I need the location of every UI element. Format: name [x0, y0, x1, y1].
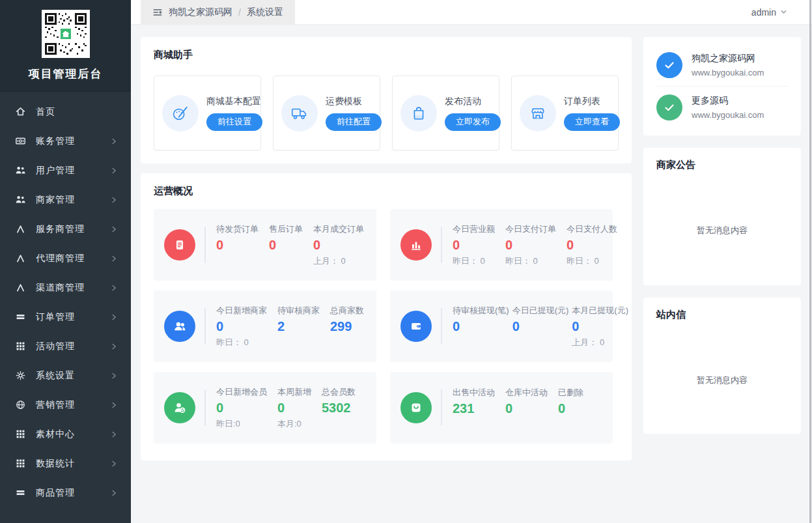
- stat-value: 0: [216, 318, 267, 334]
- sidebar-item-provider[interactable]: 服务商管理: [0, 214, 131, 244]
- sidebar-item-label: 营销管理: [36, 399, 75, 411]
- agent-icon: [14, 253, 26, 264]
- divider: [441, 227, 442, 263]
- shop-helper-card: 商城助手 商城基本配置 前往设置 运费模板: [141, 37, 632, 163]
- sidebar-item-marketing[interactable]: 营销管理: [0, 390, 131, 419]
- go-settings-button[interactable]: 前往设置: [206, 113, 262, 131]
- stat-sub: [453, 337, 509, 346]
- scrollbar[interactable]: [809, 0, 811, 523]
- sidebar-item-settings[interactable]: 系统设置: [0, 361, 131, 390]
- stat-block-members: 今日新增会员0昨日:0 本周新增0本月:0 总会员数5302: [154, 372, 376, 444]
- sidebar-item-label: 首页: [36, 106, 55, 118]
- helper-card-freight-template: 运费模板 前往配置: [273, 76, 380, 150]
- users-icon: [14, 165, 26, 177]
- check-circle-blue-icon: [656, 52, 682, 78]
- check-circle-green-icon: [656, 94, 682, 120]
- publish-now-button[interactable]: 立即发布: [445, 113, 501, 131]
- chevron-right-icon: [110, 284, 118, 292]
- sidebar-item-goods[interactable]: 商品管理: [0, 478, 131, 507]
- empty-state-text: 暂无消息内容: [643, 225, 801, 236]
- sidebar-item-stats[interactable]: 数据统计: [0, 449, 131, 478]
- helper-card-publish-activity: 发布活动 立即发布: [392, 76, 499, 150]
- user-menu[interactable]: admin: [751, 7, 787, 18]
- breadcrumb: 狗凯之家源码网 / 系统设置: [141, 0, 295, 24]
- sidebar-item-agent[interactable]: 代理商管理: [0, 244, 131, 273]
- sidebar-item-label: 渠道商管理: [36, 282, 85, 294]
- sidebar-item-finance[interactable]: 账务管理: [0, 126, 131, 156]
- stat-label: 总会员数: [322, 386, 356, 398]
- bar-chart-icon: [400, 229, 432, 261]
- merchants-icon: [14, 194, 26, 206]
- provider-icon: [14, 223, 26, 235]
- helper-card-title: 发布活动: [445, 96, 501, 107]
- stat-sub: [505, 419, 548, 429]
- stats-grid-icon: [14, 458, 26, 470]
- document-icon: [164, 229, 195, 261]
- stat-value: 231: [453, 401, 495, 416]
- divider: [204, 227, 206, 263]
- truck-icon: [281, 95, 318, 132]
- chevron-right-icon: [110, 313, 118, 321]
- stat-sub: [269, 255, 303, 265]
- stat-block-activities: 出售中活动231 仓库中活动0 已删除0: [390, 372, 613, 444]
- stat-label: 今日支付人数: [567, 223, 617, 235]
- stat-value: 0: [453, 237, 495, 253]
- stat-value: 0: [216, 400, 267, 416]
- helper-card-order-list: 订单列表 立即查看: [511, 76, 619, 150]
- sidebar-item-channel[interactable]: 渠道商管理: [0, 273, 131, 302]
- stat-sub: [322, 418, 356, 428]
- helper-card-title: 运费模板: [326, 96, 382, 107]
- site-link-main[interactable]: 狗凯之家源码网 www.bygoukai.com: [656, 44, 788, 86]
- stat-block-revenue: 今日营业额0昨日： 0 今日支付订单0昨日： 0 今日支付人数0昨日： 0: [390, 209, 613, 281]
- go-config-button[interactable]: 前往配置: [326, 113, 382, 131]
- gear-icon: [14, 370, 26, 382]
- stat-label: 本月成交订单: [313, 223, 364, 235]
- stat-label: 今日新增会员: [216, 386, 267, 398]
- merchant-notice-panel: 商家公告 暂无消息内容: [643, 148, 801, 285]
- sidebar-item-merchants[interactable]: 商家管理: [0, 185, 131, 214]
- site-link-url: www.bygoukai.com: [692, 68, 764, 78]
- sidebar-item-label: 商品管理: [36, 487, 75, 499]
- stat-label: 今日新增商家: [216, 305, 267, 317]
- stat-value: 0: [216, 237, 259, 253]
- divider: [441, 389, 442, 426]
- sidebar-item-label: 代理商管理: [36, 253, 85, 264]
- stat-value: 0: [558, 401, 583, 416]
- view-now-button[interactable]: 立即查看: [564, 113, 620, 131]
- stat-sub: 昨日： 0: [216, 337, 267, 348]
- divider: [441, 308, 442, 345]
- stat-label: 待审核提现(笔): [453, 305, 509, 317]
- sidebar-item-home[interactable]: 首页: [0, 97, 131, 126]
- activity-grid-icon: [14, 341, 26, 352]
- stat-label: 售后订单: [269, 223, 303, 235]
- sidebar-item-activity[interactable]: 活动管理: [0, 332, 131, 361]
- sidebar: 项目管理后台 首页 账务管理 用户管理 商家管理 服务商管理 代: [0, 0, 131, 523]
- shopping-bag-icon: [400, 95, 437, 132]
- helper-card-title: 订单列表: [564, 96, 620, 107]
- home-icon: [14, 106, 26, 118]
- site-link-more[interactable]: 更多源码 www.bygoukai.com: [656, 86, 788, 128]
- panel-title-notice: 商家公告: [656, 159, 788, 171]
- sidebar-menu: 首页 账务管理 用户管理 商家管理 服务商管理 代理商管理: [0, 92, 131, 507]
- sidebar-item-label: 服务商管理: [36, 223, 85, 235]
- stat-value: 0: [505, 401, 548, 416]
- stat-value: 0: [453, 318, 509, 334]
- sidebar-logo-area: 项目管理后台: [0, 0, 131, 92]
- stat-value: 0: [313, 237, 364, 253]
- breadcrumb-item-site[interactable]: 狗凯之家源码网: [169, 7, 232, 18]
- breadcrumb-item-current: 系统设置: [247, 7, 283, 18]
- breadcrumb-separator: /: [238, 7, 241, 18]
- stat-label: 出售中活动: [453, 387, 495, 399]
- sidebar-item-orders[interactable]: 订单管理: [0, 302, 131, 332]
- section-title-overview: 运营概况: [154, 185, 619, 197]
- stat-sub: [216, 255, 259, 265]
- sidebar-item-users[interactable]: 用户管理: [0, 156, 131, 185]
- sidebar-item-label: 用户管理: [36, 165, 75, 177]
- stat-value: 0: [505, 237, 556, 253]
- sidebar-item-assets[interactable]: 素材中心: [0, 419, 131, 449]
- stat-sub: 本月:0: [277, 418, 311, 430]
- chevron-right-icon: [110, 343, 118, 350]
- site-link-title: 更多源码: [692, 95, 764, 107]
- stat-sub: 上月： 0: [313, 255, 364, 267]
- breadcrumb-menu-icon[interactable]: [152, 7, 163, 18]
